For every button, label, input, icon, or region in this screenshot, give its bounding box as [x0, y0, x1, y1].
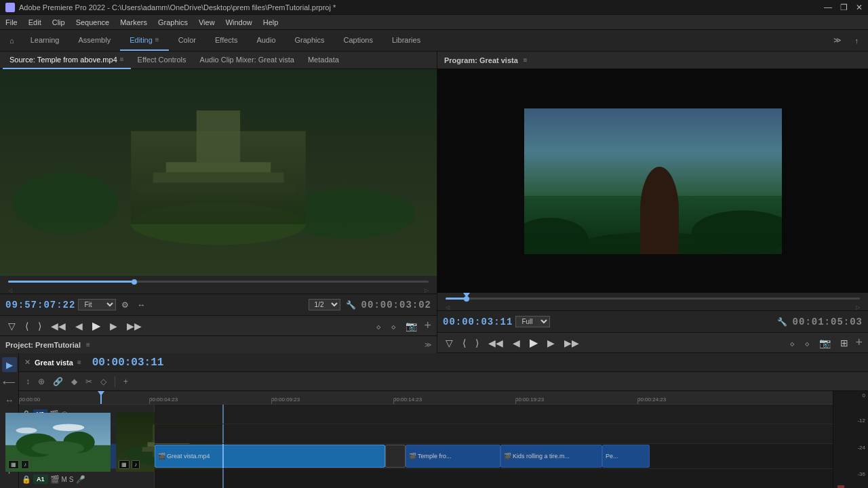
editing-menu-icon[interactable]: ≡: [155, 36, 159, 43]
track-a1-film-icon[interactable]: 🎬: [50, 475, 60, 484]
source-add-button[interactable]: +: [424, 319, 431, 333]
track-a1-name-btn[interactable]: A1: [33, 474, 48, 484]
source-tab-effect-controls[interactable]: Effect Controls: [131, 52, 193, 69]
menu-window[interactable]: Window: [226, 18, 252, 26]
program-video-placeholder: [524, 108, 782, 254]
tl-tool-snap[interactable]: ⊕: [35, 375, 47, 388]
menu-view[interactable]: View: [199, 18, 215, 26]
tab-learning[interactable]: Learning: [21, 30, 69, 51]
workspace-expand-button[interactable]: ≫: [827, 30, 848, 51]
source-tab-icon[interactable]: ≡: [120, 56, 124, 63]
source-mark-in-button[interactable]: ▽: [5, 319, 18, 333]
clip-temple-fro[interactable]: 🎬 Temple fro...: [406, 445, 500, 468]
source-scrubber-bar[interactable]: [8, 281, 429, 283]
menu-graphics[interactable]: Graphics: [158, 18, 188, 26]
source-overwrite-button[interactable]: ⬦: [388, 319, 399, 333]
tool-ripple[interactable]: ⟵: [2, 375, 17, 390]
minimize-button[interactable]: —: [824, 3, 832, 12]
tab-editing[interactable]: Editing ≡: [120, 30, 168, 51]
source-next-frame-button[interactable]: ▶▶: [124, 319, 144, 333]
source-export-button[interactable]: 📷: [403, 319, 420, 333]
program-step-back-button[interactable]: ◀: [510, 336, 523, 350]
tl-tool-scissors[interactable]: ✂: [83, 375, 95, 388]
menu-sequence[interactable]: Sequence: [76, 18, 110, 26]
menu-markers[interactable]: Markers: [120, 18, 147, 26]
source-timecode[interactable]: 09:57:07:22: [5, 300, 75, 310]
source-step-back-button[interactable]: ◀: [73, 319, 85, 333]
tab-color[interactable]: Color: [169, 30, 205, 51]
tl-tool-markers[interactable]: ◆: [68, 375, 80, 388]
source-tab-audio-mixer[interactable]: Audio Clip Mixer: Great vista: [193, 52, 301, 69]
tool-select[interactable]: ▶: [2, 357, 17, 372]
menu-help[interactable]: Help: [263, 18, 279, 26]
tab-captions[interactable]: Captions: [334, 30, 382, 51]
program-buttons-editor[interactable]: ⊞: [837, 336, 851, 350]
program-go-out-button[interactable]: ⟩: [473, 336, 481, 350]
menu-clip[interactable]: Clip: [52, 18, 65, 26]
source-go-in-button[interactable]: ⟨: [22, 319, 31, 333]
program-prev-frame-button[interactable]: ◀◀: [486, 336, 506, 350]
source-tab-source[interactable]: Source: Temple from above.mp4 ≡: [3, 52, 131, 69]
timeline-timecode[interactable]: 00:00:03:11: [92, 357, 164, 369]
track-a1-mic-icon[interactable]: 🎤: [76, 475, 85, 484]
program-play-button[interactable]: ▶: [527, 335, 540, 350]
source-insert-button[interactable]: ⬦: [373, 319, 384, 333]
tab-graphics[interactable]: Graphics: [285, 30, 334, 51]
source-scrubber-head[interactable]: [132, 279, 137, 285]
menu-edit[interactable]: Edit: [28, 18, 41, 26]
source-go-out-button[interactable]: ⟩: [35, 319, 44, 333]
timeline-menu-icon[interactable]: ≡: [77, 359, 81, 366]
source-fit-select[interactable]: Fit 25% 50% 100%: [78, 299, 116, 310]
maximize-button[interactable]: ❐: [840, 3, 848, 12]
project-panel-icon[interactable]: ≡: [86, 341, 90, 348]
program-panel-header: Program: Great vista ≡: [437, 52, 868, 69]
program-step-fwd-button[interactable]: ▶: [545, 336, 557, 350]
tab-libraries[interactable]: Libraries: [382, 30, 430, 51]
tl-tool-linked[interactable]: 🔗: [50, 375, 66, 388]
clip-pe[interactable]: Pe...: [602, 445, 650, 468]
tab-audio[interactable]: Audio: [247, 30, 285, 51]
program-next-frame-button[interactable]: ▶▶: [561, 336, 582, 350]
timeline-close-icon[interactable]: ✕: [24, 358, 31, 367]
program-timecode[interactable]: 00:00:03:11: [443, 317, 513, 327]
clip-great-vista[interactable]: 🎬 Great vista.mp4: [155, 445, 385, 468]
close-button[interactable]: ✕: [856, 3, 863, 12]
project-expand-icon[interactable]: ≫: [425, 341, 431, 348]
menu-file[interactable]: File: [5, 18, 18, 26]
program-panel-menu[interactable]: ≡: [524, 56, 528, 64]
svg-rect-32: [648, 200, 668, 229]
source-inout-button[interactable]: ↔: [134, 299, 148, 311]
tl-tool-keyframes[interactable]: ◇: [98, 375, 109, 388]
tab-effects[interactable]: Effects: [205, 30, 247, 51]
track-a1-lock[interactable]: 🔒: [22, 475, 31, 484]
ruler-row[interactable]: 00:00:00 00:00:04:23 00:00:09:23 00:00:1…: [19, 391, 833, 405]
source-tab-metadata[interactable]: Metadata: [301, 52, 346, 69]
program-extract-button[interactable]: ⬦: [802, 336, 812, 350]
track-v1-content: 🎬 Great vista.mp4 🎬 Temple fro... 🎬: [155, 444, 833, 468]
program-add-button[interactable]: +: [855, 336, 863, 350]
tl-tool-selection[interactable]: ↕: [23, 375, 33, 388]
program-panel-title: Program: Great vista: [444, 56, 518, 64]
program-scrubber-bar[interactable]: [446, 298, 860, 300]
program-insert-button[interactable]: ⬦: [787, 336, 797, 350]
source-play-button[interactable]: ▶: [90, 318, 103, 333]
source-prev-frame-button[interactable]: ◀◀: [48, 319, 68, 333]
clip-transition-1[interactable]: [385, 445, 406, 468]
source-step-fwd-button[interactable]: ▶: [107, 319, 120, 333]
program-wrench-button[interactable]: 🔧: [774, 316, 790, 328]
workspace-export-button[interactable]: ↑: [848, 30, 866, 51]
tool-rolling[interactable]: ↔: [2, 392, 17, 407]
source-ratio-select[interactable]: 1/2 Full 1/4: [309, 299, 340, 310]
track-a1-s-label[interactable]: S: [69, 476, 74, 483]
program-fit-select[interactable]: Full Fit 50%: [515, 316, 550, 327]
tl-tool-add-track[interactable]: +: [121, 375, 131, 388]
clip-kids-rolling[interactable]: 🎬 Kids rolling a tire.m...: [500, 445, 602, 468]
program-go-in-button[interactable]: ⟨: [460, 336, 469, 350]
program-export-frame-button[interactable]: 📷: [816, 336, 833, 350]
source-wrench-button[interactable]: 🔧: [343, 299, 359, 311]
program-mark-in-button[interactable]: ▽: [443, 336, 456, 350]
tab-assembly[interactable]: Assembly: [68, 30, 120, 51]
source-settings-button[interactable]: ⚙: [119, 299, 132, 311]
track-a1-m-label[interactable]: M: [62, 476, 67, 483]
workspace-home-button[interactable]: ⌂: [3, 30, 21, 51]
